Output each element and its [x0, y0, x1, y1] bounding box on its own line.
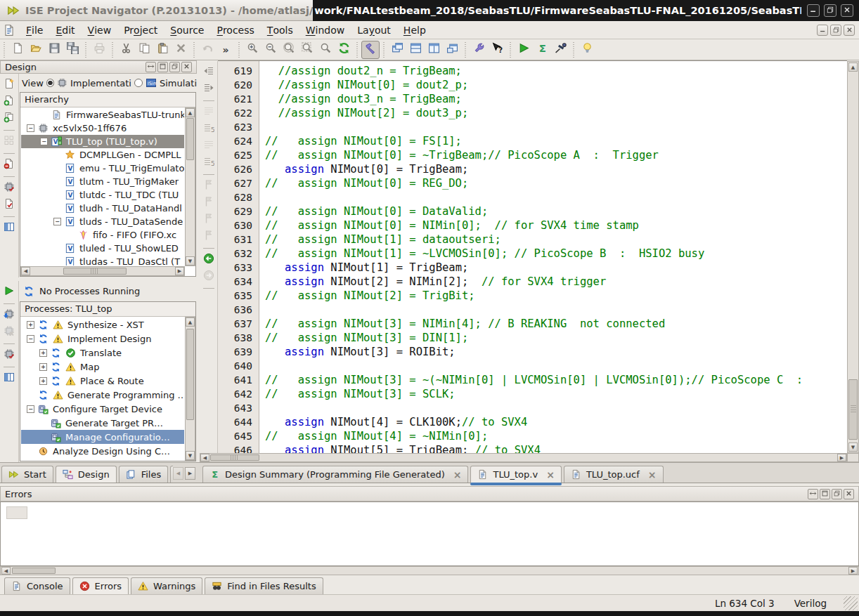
bm-next-button[interactable] [200, 195, 217, 211]
undo-button[interactable] [198, 41, 217, 59]
mdi-restore-button[interactable] [830, 25, 841, 36]
processes-vertical-scrollbar[interactable]: ▲ ▼ [185, 317, 195, 461]
toolbar-handle[interactable] [354, 42, 360, 58]
goto-line-button[interactable]: 5 [200, 121, 217, 138]
menu-tools[interactable]: Tools [261, 22, 299, 39]
process-item[interactable]: Manage Configuratio… [21, 430, 184, 444]
process-item[interactable]: −Configure Target Device [21, 402, 184, 416]
resize-grip[interactable] [844, 596, 858, 610]
bm-prev-button[interactable] [200, 211, 217, 228]
close-button[interactable] [841, 4, 853, 17]
refresh-button[interactable] [335, 41, 353, 59]
hierarchy-item[interactable]: DCMPLLGen - DCMPLL [21, 148, 184, 162]
add-copy-button[interactable] [1, 110, 18, 127]
scrollbar-thumb[interactable] [63, 268, 127, 275]
zoom-out-button[interactable] [261, 41, 280, 59]
menu-file[interactable]: File [20, 22, 49, 39]
scroll-right-icon[interactable]: ▶ [837, 454, 846, 461]
code-line[interactable]: 634 assign NIMout[2] = NIMin[2]; // for … [218, 275, 847, 289]
code-line[interactable]: 638// assign NIMout[3] = DIN[1]; [218, 331, 847, 345]
code-line[interactable]: 623 [218, 120, 847, 134]
panel-float-button[interactable] [832, 489, 842, 499]
bm-toggle-button[interactable] [200, 178, 217, 195]
menu-help[interactable]: Help [397, 22, 432, 39]
code-line[interactable]: 640 [218, 359, 847, 373]
remove-source-button[interactable] [1, 157, 18, 173]
edit-tool-button[interactable] [361, 41, 380, 59]
nav-fwd-button[interactable] [200, 268, 217, 285]
open-button[interactable] [27, 41, 45, 59]
editor-vertical-scrollbar[interactable]: ▲ ▼ [847, 61, 859, 453]
code-line[interactable]: 644 assign NIMout[4] = CLK100K;// to SVX… [218, 415, 847, 429]
toolbar-handle[interactable] [83, 42, 89, 58]
close-tab-icon[interactable]: × [453, 469, 462, 480]
hierarchy-vertical-scrollbar[interactable]: ▲ ▼ [185, 107, 195, 266]
code-line[interactable]: 643 [218, 401, 847, 415]
expander-icon[interactable]: − [27, 124, 34, 132]
process-item[interactable]: Generate Target PR… [21, 416, 184, 430]
expander-icon[interactable]: + [27, 321, 34, 329]
code-line[interactable]: 645// assign NIMout[4] = ~NIMin[0]; [218, 429, 847, 443]
print-button[interactable] [90, 41, 108, 59]
tabs-scroll-left-icon[interactable]: ◀ [173, 467, 183, 480]
toolbar-handle[interactable] [191, 42, 197, 58]
menu-project[interactable]: Project [117, 22, 164, 39]
process-item[interactable]: +Translate [21, 346, 184, 360]
scrollbar-thumb[interactable] [210, 454, 259, 461]
menu-process[interactable]: Process [210, 22, 260, 39]
mdi-minimize-button[interactable] [817, 25, 828, 36]
panel-close-button[interactable] [844, 489, 854, 499]
code-line[interactable]: 629// assign NIMout[0] = DataValid; [218, 204, 847, 218]
tile-v-button[interactable] [425, 41, 443, 59]
panel-float-button[interactable] [169, 62, 180, 72]
summary-button[interactable]: Σ [533, 41, 551, 59]
cut-button[interactable] [117, 41, 135, 59]
hierarchy-horizontal-scrollbar[interactable]: ◀ ▶ [20, 266, 185, 276]
code-line[interactable]: 636 [218, 303, 847, 317]
code-line[interactable]: 635// assign NIMout[2] = TrigBit; [218, 289, 847, 303]
code-line[interactable]: 642// assign NIMout[3] = SCLK; [218, 387, 847, 401]
tab-start[interactable]: Start [1, 466, 53, 483]
analyze-button[interactable] [551, 41, 569, 59]
editor-tab-design-summary-programming-file-generated-[interactable]: ΣDesign Summary (Programming File Genera… [202, 466, 468, 483]
scrollbar-thumb[interactable] [848, 379, 858, 440]
hierarchy-item[interactable]: Vemu - TLU_TrigEmulato [21, 162, 184, 175]
code-line[interactable]: 631// assign NIMout[1] = dataoutseri; [218, 232, 847, 247]
process-item[interactable]: Generate Programming … [21, 388, 184, 402]
hierarchy-item[interactable]: Vtlutm - TLU_TrigMaker [21, 175, 184, 188]
process-item[interactable]: +Place & Route [21, 374, 184, 388]
expander-icon[interactable]: + [39, 349, 47, 357]
process-item[interactable]: +Synthesize - XST [21, 317, 184, 332]
code-line[interactable]: 619 //assign dout2_n = TrigBeam; [218, 64, 847, 78]
toolbar-handle[interactable] [1, 42, 7, 58]
expander-icon[interactable]: − [27, 335, 34, 343]
indent-button[interactable] [200, 81, 217, 98]
toolbar-handle[interactable] [236, 42, 242, 58]
scroll-left-icon[interactable]: ◀ [1, 567, 11, 575]
console-tab-console[interactable]: Console [4, 577, 70, 594]
tab-files[interactable]: Files [119, 466, 169, 483]
scroll-left-icon[interactable]: ◀ [200, 454, 209, 461]
menu-view[interactable]: View [82, 22, 118, 39]
hierarchy-item[interactable]: Vtludas - TLU_DasCtl (T [21, 255, 184, 266]
mdi-close-button[interactable] [844, 25, 855, 36]
scrollbar-thumb[interactable] [186, 118, 194, 160]
code-line[interactable]: 633 assign NIMout[1] = TrigBeam; [218, 261, 847, 275]
hierarchy-item[interactable]: −VTLU_top (TLU_top.v) [21, 135, 184, 148]
process-item[interactable]: −Implement Design [21, 332, 184, 346]
code-line[interactable]: 621 //assign dout3_n = TrigBeam; [218, 92, 847, 106]
simulation-radio[interactable] [134, 79, 143, 87]
cascade-button[interactable] [388, 41, 406, 59]
code-line[interactable]: 627// assign NIMout[0] = REG_DO; [218, 176, 847, 190]
run-button[interactable] [515, 41, 533, 59]
whats-this-button[interactable]: ? [488, 41, 506, 59]
rerun-all-button[interactable] [1, 347, 18, 364]
panel-maximize-button[interactable] [157, 62, 168, 72]
code-line[interactable]: 639 assign NIMout[3] = ROIBit; [218, 345, 847, 359]
inst-grid-button[interactable] [1, 133, 18, 150]
errors-horizontal-scrollbar[interactable]: ◀ ▶ [0, 566, 859, 575]
code-line[interactable]: 641// assign NIMout[3] = ~(~NIMin[0] | L… [218, 373, 847, 387]
expander-icon[interactable]: + [39, 363, 47, 371]
code-line[interactable]: 628 [218, 190, 847, 204]
panel-detach-button[interactable] [146, 62, 156, 72]
